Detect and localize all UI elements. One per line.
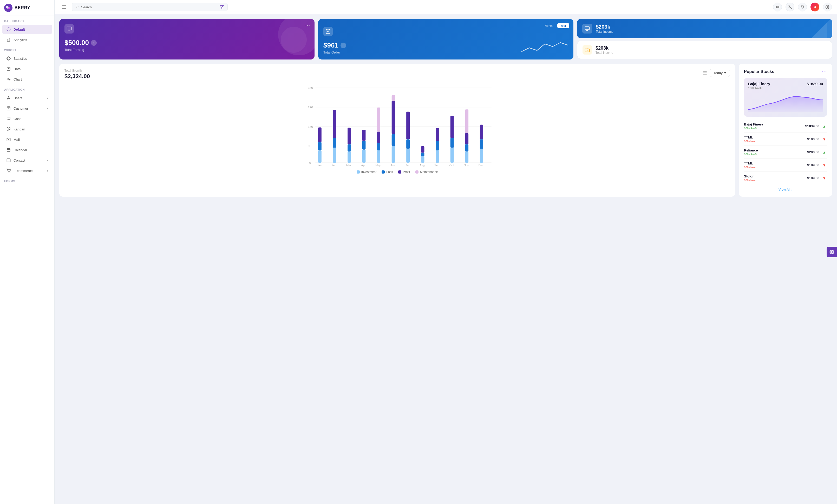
sidebar-item-data[interactable]: Data [2, 64, 52, 74]
sidebar-item-kanban[interactable]: Kanban [2, 125, 52, 134]
svg-text:Jan: Jan [317, 164, 322, 167]
chart-area: 360 270 180 90 0 [65, 84, 730, 167]
svg-rect-90 [450, 116, 454, 138]
svg-rect-59 [348, 145, 351, 152]
svg-text:Jul: Jul [406, 164, 409, 167]
user-icon [6, 96, 11, 100]
svg-rect-94 [465, 133, 468, 145]
sidebar-item-default[interactable]: Default [2, 25, 52, 34]
settings-button[interactable] [823, 3, 832, 12]
svg-rect-74 [392, 95, 395, 101]
stock-featured-info: Bajaj Finery 10% Profit [748, 81, 770, 90]
chart-icon [6, 77, 11, 81]
svg-text:0: 0 [309, 161, 311, 165]
settings-icon [6, 56, 11, 61]
stock-info: Stolon 10% loss [744, 174, 755, 182]
logo-icon [4, 4, 13, 12]
stock-list: Bajaj Finery 10% Profit $1839.00 ▲ TTML … [744, 120, 827, 184]
filter-icon[interactable] [220, 5, 224, 9]
svg-rect-55 [333, 138, 336, 148]
year-toggle[interactable]: Year [557, 23, 569, 28]
section-label-forms: Forms [0, 176, 54, 184]
svg-rect-5 [8, 39, 9, 41]
stock-row: TTML 10% loss $189.00 ▼ [744, 159, 827, 172]
settings-fab[interactable] [826, 247, 837, 257]
svg-rect-56 [333, 110, 336, 138]
income-main-icon [582, 24, 592, 34]
svg-point-3 [7, 27, 10, 31]
svg-rect-97 [480, 149, 483, 163]
svg-rect-60 [348, 128, 351, 145]
sidebar-item-chart[interactable]: Chart [2, 75, 52, 84]
sidebar-item-users[interactable]: Users ▾ [2, 93, 52, 102]
sidebar-item-calendar[interactable]: Calendar [2, 145, 52, 154]
sidebar-item-customer[interactable]: Customer ▾ [2, 104, 52, 113]
svg-rect-69 [377, 108, 380, 132]
card-menu-button[interactable]: ··· [305, 23, 310, 28]
svg-rect-89 [450, 138, 454, 148]
bar-chart-icon [6, 37, 11, 42]
circle-icon [6, 27, 11, 32]
svg-point-2 [8, 7, 11, 10]
chevron-down-icon: ▾ [47, 169, 48, 172]
order-trend-icon: ↓ [340, 43, 346, 48]
today-label: Today [714, 71, 723, 75]
month-toggle[interactable]: Month [541, 23, 556, 28]
chart-card: Total Growth $2,324.00 ☰ Today ▾ 36 [59, 64, 735, 197]
svg-rect-20 [7, 159, 10, 162]
loss-label: Loss [386, 170, 393, 174]
broadcast-button[interactable] [773, 3, 782, 12]
stock-row: Stolon 10% loss $189.00 ▼ [744, 172, 827, 184]
svg-point-26 [76, 6, 78, 8]
sidebar-item-statistics[interactable]: Statistics [2, 54, 52, 63]
stock-price: $100.00 [807, 137, 819, 141]
search-input[interactable] [81, 5, 217, 9]
sidebar-item-label: Customer [14, 107, 28, 110]
stock-right: $1839.00 ▲ [805, 124, 827, 129]
menu-button[interactable] [60, 3, 69, 12]
chevron-down-icon: ▾ [47, 159, 48, 162]
sidebar-item-analytics[interactable]: Analytics [2, 35, 52, 44]
sidebar-item-contact[interactable]: Contact ▾ [2, 156, 52, 165]
sidebar-item-label: Mail [14, 138, 20, 142]
svg-rect-50 [318, 150, 322, 163]
stock-trend-icon: ▼ [821, 175, 827, 181]
svg-point-1 [6, 6, 8, 8]
stock-featured-top: Bajaj Finery 10% Profit $1839.00 [748, 81, 823, 90]
legend-investment: Investment [357, 170, 377, 174]
svg-rect-35 [585, 27, 590, 30]
svg-rect-64 [362, 130, 366, 141]
svg-text:90: 90 [308, 144, 311, 148]
avatar[interactable]: U [811, 3, 819, 12]
chart-hamburger-icon[interactable]: ☰ [703, 70, 707, 76]
svg-rect-54 [333, 148, 336, 163]
svg-rect-82 [421, 146, 425, 153]
search-bar[interactable] [72, 3, 228, 11]
svg-rect-80 [421, 156, 425, 163]
stock-row: Reliance 10% Profit $200.00 ▲ [744, 146, 827, 159]
notification-button[interactable] [798, 3, 807, 12]
earning-trend-icon: ↑ [91, 40, 97, 46]
translate-button[interactable] [785, 3, 795, 12]
sidebar-item-label: Statistics [14, 57, 27, 60]
loss-dot [381, 170, 385, 173]
svg-rect-93 [465, 145, 468, 152]
sidebar-item-mail[interactable]: Mail [2, 135, 52, 144]
today-button[interactable]: Today ▾ [710, 69, 730, 77]
svg-rect-6 [10, 38, 10, 41]
svg-text:May: May [375, 164, 381, 167]
svg-text:Apr: Apr [361, 164, 366, 167]
svg-rect-58 [348, 151, 351, 163]
stocks-more-button[interactable]: ··· [822, 69, 827, 74]
sidebar-item-label: Contact [14, 158, 25, 162]
stock-right: $100.00 ▼ [807, 136, 827, 142]
stock-price: $189.00 [807, 163, 819, 167]
svg-rect-66 [377, 150, 380, 163]
sidebar-item-chat[interactable]: Chat [2, 114, 52, 124]
stock-trend-icon: ▼ [821, 162, 827, 168]
kanban-icon [6, 127, 11, 131]
svg-text:Sep: Sep [434, 164, 439, 167]
maintenance-dot [415, 170, 418, 173]
sidebar-item-ecommerce[interactable]: E-commerce ▾ [2, 166, 52, 175]
view-all-link[interactable]: View All › [779, 188, 792, 191]
